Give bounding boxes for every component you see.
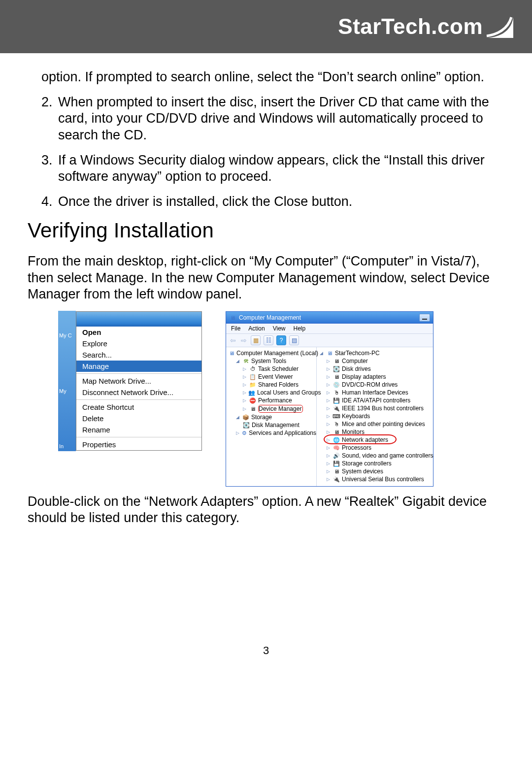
menu-file[interactable]: File: [231, 325, 240, 332]
device-category[interactable]: 🔌Universal Serial Bus controllers: [327, 475, 433, 483]
tree-item[interactable]: 📁Shared Folders: [243, 381, 316, 389]
brand-text: StarTech.com: [338, 14, 483, 39]
brand-swoosh-icon: [486, 14, 515, 39]
step-number: 2.: [41, 94, 54, 143]
step-text: Once the driver is installed, click the …: [58, 194, 352, 210]
device-icon: 💾: [333, 397, 340, 404]
tree-system-tools[interactable]: 🛠System Tools: [236, 357, 316, 365]
window-title: Computer Management: [239, 314, 301, 321]
device-icon: ⌨: [333, 413, 340, 420]
menu-help[interactable]: Help: [294, 325, 306, 332]
tree-icon: ⛔: [249, 397, 256, 404]
step-text: When prompted to insert the disc, insert…: [58, 94, 504, 143]
brand-header: StarTech.com: [0, 0, 532, 53]
context-menu-item[interactable]: Search...: [76, 349, 201, 361]
help-button[interactable]: ?: [276, 335, 286, 345]
window-titlebar: 🖥 Computer Management: [226, 312, 433, 324]
toolbar-button[interactable]: ▤: [289, 335, 299, 345]
context-menu-item[interactable]: Properties: [76, 439, 201, 450]
services-icon: ⚙: [241, 429, 247, 436]
device-icon: 🖥: [333, 373, 340, 380]
menu-separator: [76, 437, 201, 437]
device-category[interactable]: 💿DVD/CD-ROM drives: [327, 381, 433, 389]
page-number: 3: [28, 644, 504, 657]
device-category[interactable]: 🖥Computer: [327, 357, 433, 365]
result-paragraph: Double-click on the “Network Adapters” o…: [28, 494, 504, 526]
device-category[interactable]: 🔌IEEE 1394 Bus host controllers: [327, 404, 433, 412]
device-category[interactable]: 🖱Mice and other pointing devices: [327, 420, 433, 428]
tree-icon: ⏱: [249, 365, 256, 372]
step-3: 3. If a Windows Security dialog window a…: [41, 152, 504, 185]
context-menu-item[interactable]: Manage: [76, 361, 201, 372]
tree-storage[interactable]: 📦Storage: [236, 413, 316, 421]
toolbar-button[interactable]: ☷: [264, 335, 273, 345]
device-icon: 🖥: [333, 358, 340, 364]
step-4: 4. Once the driver is installed, click t…: [41, 194, 504, 210]
context-menu-item[interactable]: Explore: [76, 338, 201, 349]
toolbar: ⇦ ⇨ ▦ ☷ ? ▤: [226, 334, 433, 347]
menu-action[interactable]: Action: [248, 325, 265, 332]
step-number: 4.: [41, 194, 54, 210]
tree-icon: 📁: [249, 381, 256, 388]
storage-icon: 📦: [242, 414, 249, 421]
tree-item[interactable]: ⏱Task Scheduler: [243, 365, 316, 373]
desktop-strip: My C My In: [58, 311, 76, 451]
step-number: 3.: [41, 152, 54, 185]
tree-item[interactable]: 💽Disk Management: [243, 421, 316, 429]
nav-back-button[interactable]: ⇦: [229, 336, 237, 344]
device-category[interactable]: 💾Storage controllers: [327, 460, 433, 467]
computer-icon: 🖥: [326, 350, 333, 357]
context-menu-item[interactable]: Open: [76, 327, 201, 338]
tree-root[interactable]: 🖥Computer Management (Local): [229, 349, 316, 357]
context-menu-item[interactable]: Rename: [76, 424, 201, 435]
menu-bar: FileActionViewHelp: [226, 324, 433, 334]
device-tree-root[interactable]: 🖥StarTechcom-PC: [320, 349, 433, 357]
tree-services[interactable]: ⚙Services and Applications: [236, 429, 316, 437]
tree-item[interactable]: 👥Local Users and Groups: [243, 389, 316, 396]
device-icon: 🖥: [333, 429, 340, 435]
toolbar-button[interactable]: ▦: [251, 335, 261, 345]
device-category[interactable]: 🧠Processors: [327, 444, 433, 452]
right-tree: 🖥StarTechcom-PC 🖥Computer💽Disk drives🖥Di…: [317, 347, 433, 486]
minimize-button[interactable]: [419, 314, 430, 322]
device-category[interactable]: 🌐Network adapters: [327, 436, 433, 444]
menu-separator: [76, 399, 201, 400]
device-category[interactable]: 💽Disk drives: [327, 365, 433, 373]
continuation-paragraph: option. If prompted to search online, se…: [41, 69, 504, 85]
device-category[interactable]: 🖥System devices: [327, 467, 433, 475]
tree-item[interactable]: 🖥Device Manager: [243, 404, 316, 413]
context-menu-item[interactable]: Create Shortcut: [76, 401, 201, 413]
tree-item[interactable]: ⛔Performance: [243, 396, 316, 404]
context-menu-item[interactable]: Disconnect Network Drive...: [76, 387, 201, 398]
figure-computer-management: 🖥 Computer Management FileActionViewHelp…: [226, 311, 433, 487]
device-icon: 🖥: [333, 468, 340, 475]
context-menu: OpenExploreSearch...ManageMap Network Dr…: [76, 311, 202, 451]
device-category[interactable]: 🔊Sound, video and game controllers: [327, 452, 433, 460]
left-tree: 🖥Computer Management (Local) 🛠System Too…: [226, 347, 317, 486]
device-icon: 💾: [333, 460, 340, 467]
device-icon: 💽: [333, 365, 340, 372]
menu-separator: [76, 373, 201, 374]
context-menu-item[interactable]: Map Network Drive...: [76, 375, 201, 387]
device-category[interactable]: ⌨Keyboards: [327, 412, 433, 420]
desktop-label-myc: My C: [59, 332, 75, 338]
context-menu-item[interactable]: Delete: [76, 413, 201, 424]
disk-icon: 💽: [243, 422, 250, 429]
device-category[interactable]: 🖱Human Interface Devices: [327, 389, 433, 396]
device-category[interactable]: 🖥Monitors: [327, 428, 433, 436]
tools-icon: 🛠: [242, 358, 249, 364]
tree-icon: 🖥: [249, 405, 256, 412]
verify-paragraph: From the main desktop, right-click on “M…: [28, 253, 504, 302]
context-menu-titlebar: [76, 312, 201, 327]
device-icon: 🔌: [333, 405, 340, 412]
tree-item[interactable]: 📋Event Viewer: [243, 373, 316, 381]
section-heading: Verifying Installation: [28, 219, 504, 242]
device-category[interactable]: 🖥Display adapters: [327, 373, 433, 381]
device-category[interactable]: 💾IDE ATA/ATAPI controllers: [327, 396, 433, 404]
tree-icon: 📋: [249, 373, 256, 380]
menu-view[interactable]: View: [273, 325, 286, 332]
desktop-label-myl: My: [59, 388, 75, 394]
device-icon: 🖱: [333, 389, 340, 396]
nav-forward-button[interactable]: ⇨: [240, 336, 248, 344]
device-icon: 🔊: [333, 452, 340, 459]
